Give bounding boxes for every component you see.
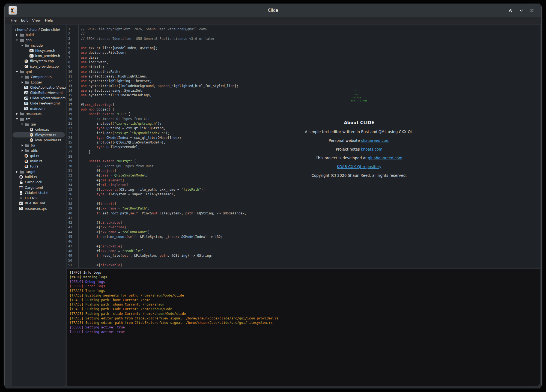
chevron-right-icon[interactable]: [21, 81, 23, 84]
about-notes-line: Project notes knoats.com: [272, 147, 446, 151]
chevron-down-icon[interactable]: [21, 123, 23, 126]
tree-item-tui[interactable]: tui: [13, 143, 65, 148]
tree-item-ClideTreeView.qml[interactable]: QtClideTreeView.qml: [13, 101, 65, 106]
code-line: [81, 258, 540, 263]
code-line: use dirs;: [81, 55, 540, 60]
file-explorer-sidebar: / home/ shaun/ Code/ clide/ buildcppincl…: [12, 25, 66, 386]
line-number: 20: [67, 117, 78, 121]
chevron-down-icon[interactable]: [16, 70, 18, 73]
tree-item-include[interactable]: include: [13, 43, 65, 48]
log-line: [TRACE] Pushing path: shaun Current: /ho…: [70, 302, 537, 307]
line-number: 2: [67, 32, 78, 36]
line-number: 49: [67, 253, 78, 258]
header-file-icon: H: [29, 49, 34, 53]
chevron-right-icon[interactable]: [21, 149, 23, 152]
menu-item-view[interactable]: View: [30, 18, 43, 22]
chevron-right-icon[interactable]: [21, 76, 23, 78]
tree-item-icon_provider.rs[interactable]: Ricon_provider.rs: [13, 137, 65, 143]
minimize-button[interactable]: [518, 7, 525, 14]
tree-item-Components[interactable]: Components: [13, 74, 65, 80]
git-repo-link[interactable]: git.shaunreed.com: [368, 156, 402, 160]
code-line: use syntect::easy::HighlightLines;: [81, 74, 540, 79]
tree-item-filesystem.h[interactable]: Hfilesystem.h: [13, 48, 65, 53]
line-number: 46: [67, 239, 78, 244]
chevron-down-icon[interactable]: [16, 118, 18, 121]
chevron-right-icon[interactable]: [16, 112, 18, 115]
tree-item-main.qml[interactable]: Qtmain.qml: [13, 106, 65, 111]
tree-item-gui.rs[interactable]: Rgui.rs: [13, 153, 65, 158]
line-number: 38: [67, 202, 78, 206]
log-line: [INFO] Info logs: [70, 270, 537, 275]
tree-item-Cargo.lock[interactable]: Cargo.lock: [13, 180, 65, 185]
tree-item-resources[interactable]: resources: [13, 111, 65, 116]
line-number: 21: [67, 121, 78, 126]
code-line: [81, 197, 540, 202]
tree-item-ClideEditorView.qml[interactable]: QtClideEditorView.qml: [13, 90, 65, 95]
code-line: use std::fs;: [81, 65, 540, 69]
rust-file-icon: R: [24, 159, 28, 163]
rust-file-icon: R: [19, 175, 23, 179]
tree-item-target[interactable]: target: [13, 169, 65, 174]
tree-item-build[interactable]: build: [13, 32, 65, 37]
kdab-repo-link[interactable]: KDAB CXX-Qt repository: [337, 164, 381, 169]
tree-item-cpp[interactable]: cpp: [13, 38, 65, 43]
tree-item-build.rs[interactable]: Rbuild.rs: [13, 174, 65, 179]
titlebar[interactable]: Clide: [5, 4, 541, 17]
close-icon: [530, 8, 534, 13]
line-number: 25: [67, 140, 78, 145]
line-number: 30: [67, 164, 78, 169]
tree-item-Logger[interactable]: Logger: [13, 80, 65, 85]
shade-button[interactable]: [507, 7, 514, 14]
tree-item-filesystem.rs[interactable]: Rfilesystem.rs: [13, 132, 65, 137]
line-number: 51: [67, 263, 78, 268]
tree-item-tui.rs[interactable]: Rtui.rs: [13, 164, 65, 169]
code-line: #[inherit]: [81, 202, 540, 206]
line-number: 50: [67, 258, 78, 263]
tree-item-ClideApplicationView.qml[interactable]: QtClideApplicationView.qml: [13, 85, 65, 90]
line-number: 13: [67, 84, 78, 88]
tree-item-CMakeLists.txt[interactable]: CMakeLists.txt: [13, 190, 65, 195]
code-line: #[cxx_name = "columnCount"]: [81, 230, 540, 235]
chevron-down-icon[interactable]: [21, 44, 23, 47]
folder-icon: [25, 122, 29, 126]
menubar: FileEditViewHelp: [5, 17, 541, 24]
line-number: 17: [67, 103, 78, 107]
chevron-right-icon[interactable]: [16, 170, 18, 173]
tree-item-LICENSE[interactable]: ✶LICENSE: [13, 196, 65, 201]
project-notes-link[interactable]: knoats.com: [361, 147, 382, 151]
chevron-right-icon[interactable]: [21, 144, 23, 147]
menu-item-edit[interactable]: Edit: [19, 18, 30, 22]
tree-item-icon_provider.h[interactable]: Hicon_provider.h: [13, 53, 65, 58]
app-window: Clide FileEditViewHelp / home/ shaun/ Co: [4, 4, 542, 388]
tree-item-colors.rs[interactable]: Rcolors.rs: [13, 127, 65, 132]
qt-file-icon: Qt: [24, 101, 28, 105]
line-number: 4: [67, 41, 78, 46]
tree-item-gui[interactable]: gui: [13, 122, 65, 127]
close-button[interactable]: [529, 7, 535, 14]
tree-item-icon_provider.cpp[interactable]: Cicon_provider.cpp: [13, 64, 65, 69]
code-line: type FileSystem = super::FileSystemImpl;: [81, 192, 540, 197]
tree-item-filesystem.cpp[interactable]: Cfilesystem.cpp: [13, 59, 65, 64]
code-line: #[cxx_name = "readFile"]: [81, 249, 540, 253]
tree-item-resources.qrc[interactable]: Qtresources.qrc: [13, 206, 65, 211]
editor-pane[interactable]: 1234567891011121314151617181920212223242…: [67, 25, 540, 268]
menu-item-help[interactable]: Help: [43, 18, 55, 22]
tree-item-Cargo.toml[interactable]: [T]Cargo.toml: [13, 185, 65, 190]
line-number: 15: [67, 93, 78, 98]
qt-file-icon: Qt: [24, 86, 28, 89]
tree-item-utils[interactable]: utils: [13, 148, 65, 153]
tree-item-main.rs[interactable]: Rmain.rs: [13, 158, 65, 164]
about-repo-line: This project is developed at git.shaunre…: [272, 156, 446, 160]
tree-item-ClideExplorerView.qml[interactable]: QtClideExplorerView.qml: [13, 95, 65, 101]
chevron-down-icon[interactable]: [16, 39, 18, 41]
code-line: #[qproperty(QString, file_path, cxx_name…: [81, 187, 540, 192]
line-number: 36: [67, 192, 78, 197]
tree-item-README.md[interactable]: M↓README.md: [13, 201, 65, 206]
tree-item-qml[interactable]: qml: [13, 69, 65, 74]
ascii-art-logo: * |.===. {}o o{} --ooO--(_)--Ooo--: [349, 90, 370, 103]
chevron-right-icon[interactable]: [16, 34, 18, 36]
folder-icon: [20, 117, 24, 121]
tree-item-src[interactable]: src: [13, 116, 65, 122]
personal-website-link[interactable]: shaunreed.com: [361, 138, 390, 143]
menu-item-file[interactable]: File: [8, 18, 19, 22]
